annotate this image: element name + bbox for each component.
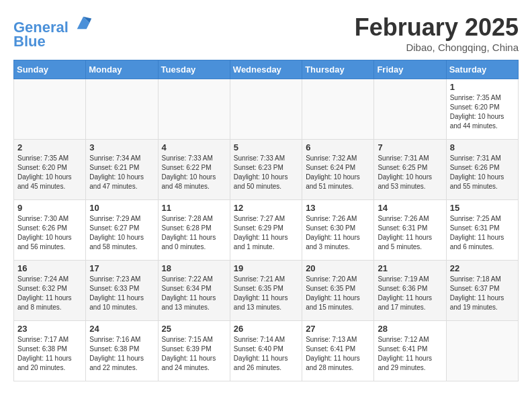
- calendar-cell: 26Sunrise: 7:14 AMSunset: 6:40 PMDayligh…: [230, 321, 302, 381]
- calendar-cell: 27Sunrise: 7:13 AMSunset: 6:41 PMDayligh…: [302, 321, 374, 381]
- calendar-cell: 1Sunrise: 7:35 AMSunset: 6:20 PMDaylight…: [446, 79, 518, 140]
- day-number: 23: [17, 324, 82, 334]
- weekday-header-saturday: Saturday: [446, 60, 518, 79]
- day-info: Sunrise: 7:13 AMSunset: 6:41 PMDaylight:…: [306, 335, 370, 373]
- weekday-header-sunday: Sunday: [14, 60, 86, 79]
- calendar-cell: 21Sunrise: 7:19 AMSunset: 6:36 PMDayligh…: [374, 261, 446, 321]
- calendar-cell: 8Sunrise: 7:31 AMSunset: 6:26 PMDaylight…: [446, 140, 518, 200]
- calendar-cell: 5Sunrise: 7:33 AMSunset: 6:23 PMDaylight…: [230, 140, 302, 200]
- weekday-header-tuesday: Tuesday: [158, 60, 230, 79]
- calendar-cell: [230, 79, 302, 140]
- day-number: 7: [378, 142, 442, 152]
- day-info: Sunrise: 7:24 AMSunset: 6:32 PMDaylight:…: [17, 275, 82, 312]
- calendar-week-row: 2Sunrise: 7:35 AMSunset: 6:20 PMDaylight…: [14, 140, 519, 200]
- weekday-header-wednesday: Wednesday: [230, 60, 302, 79]
- weekday-header-monday: Monday: [86, 60, 158, 79]
- calendar-cell: 4Sunrise: 7:33 AMSunset: 6:22 PMDaylight…: [158, 140, 230, 200]
- calendar-cell: 13Sunrise: 7:26 AMSunset: 6:30 PMDayligh…: [302, 200, 374, 261]
- calendar-cell: [374, 79, 446, 140]
- day-number: 6: [306, 142, 370, 152]
- calendar-cell: 3Sunrise: 7:34 AMSunset: 6:21 PMDaylight…: [86, 140, 158, 200]
- day-info: Sunrise: 7:12 AMSunset: 6:41 PMDaylight:…: [378, 335, 442, 373]
- calendar-cell: 14Sunrise: 7:26 AMSunset: 6:31 PMDayligh…: [374, 200, 446, 261]
- calendar-cell: 12Sunrise: 7:27 AMSunset: 6:29 PMDayligh…: [230, 200, 302, 261]
- day-info: Sunrise: 7:14 AMSunset: 6:40 PMDaylight:…: [234, 335, 298, 373]
- day-info: Sunrise: 7:34 AMSunset: 6:21 PMDaylight:…: [89, 154, 154, 191]
- calendar-cell: [158, 79, 230, 140]
- day-info: Sunrise: 7:26 AMSunset: 6:30 PMDaylight:…: [306, 214, 370, 252]
- day-info: Sunrise: 7:18 AMSunset: 6:37 PMDaylight:…: [450, 275, 515, 312]
- calendar-cell: 22Sunrise: 7:18 AMSunset: 6:37 PMDayligh…: [446, 261, 518, 321]
- day-info: Sunrise: 7:35 AMSunset: 6:20 PMDaylight:…: [450, 93, 515, 131]
- calendar-cell: 18Sunrise: 7:22 AMSunset: 6:34 PMDayligh…: [158, 261, 230, 321]
- day-info: Sunrise: 7:26 AMSunset: 6:31 PMDaylight:…: [378, 214, 442, 252]
- calendar-week-row: 9Sunrise: 7:30 AMSunset: 6:26 PMDaylight…: [14, 200, 519, 261]
- day-info: Sunrise: 7:28 AMSunset: 6:28 PMDaylight:…: [162, 214, 226, 252]
- day-info: Sunrise: 7:16 AMSunset: 6:38 PMDaylight:…: [89, 335, 154, 373]
- calendar-cell: 19Sunrise: 7:21 AMSunset: 6:35 PMDayligh…: [230, 261, 302, 321]
- day-number: 4: [162, 142, 226, 152]
- location-subtitle: Dibao, Chongqing, China: [355, 42, 519, 53]
- day-info: Sunrise: 7:35 AMSunset: 6:20 PMDaylight:…: [17, 154, 82, 191]
- day-info: Sunrise: 7:17 AMSunset: 6:38 PMDaylight:…: [17, 335, 82, 373]
- calendar-cell: 10Sunrise: 7:29 AMSunset: 6:27 PMDayligh…: [86, 200, 158, 261]
- weekday-header-friday: Friday: [374, 60, 446, 79]
- day-info: Sunrise: 7:23 AMSunset: 6:33 PMDaylight:…: [89, 275, 154, 312]
- calendar-cell: 7Sunrise: 7:31 AMSunset: 6:25 PMDaylight…: [374, 140, 446, 200]
- calendar-cell: [86, 79, 158, 140]
- logo: General Blue: [13, 13, 93, 50]
- day-number: 19: [234, 263, 298, 273]
- calendar-cell: 25Sunrise: 7:15 AMSunset: 6:39 PMDayligh…: [158, 321, 230, 381]
- day-number: 3: [89, 142, 154, 152]
- calendar-cell: 20Sunrise: 7:20 AMSunset: 6:35 PMDayligh…: [302, 261, 374, 321]
- day-info: Sunrise: 7:33 AMSunset: 6:23 PMDaylight:…: [234, 154, 298, 191]
- day-number: 13: [306, 203, 370, 213]
- day-number: 27: [306, 324, 370, 334]
- day-info: Sunrise: 7:33 AMSunset: 6:22 PMDaylight:…: [162, 154, 226, 191]
- calendar-cell: [14, 79, 86, 140]
- day-info: Sunrise: 7:32 AMSunset: 6:24 PMDaylight:…: [306, 154, 370, 191]
- day-number: 10: [89, 203, 154, 213]
- day-info: Sunrise: 7:25 AMSunset: 6:31 PMDaylight:…: [450, 214, 515, 252]
- logo-icon: [74, 13, 93, 32]
- calendar-week-row: 1Sunrise: 7:35 AMSunset: 6:20 PMDaylight…: [14, 79, 519, 140]
- day-number: 11: [162, 203, 226, 213]
- calendar-table: SundayMondayTuesdayWednesdayThursdayFrid…: [13, 60, 519, 381]
- day-number: 21: [378, 263, 442, 273]
- page-header: General Blue February 2025 Dibao, Chongq…: [13, 13, 519, 53]
- calendar-cell: 15Sunrise: 7:25 AMSunset: 6:31 PMDayligh…: [446, 200, 518, 261]
- calendar-cell: 11Sunrise: 7:28 AMSunset: 6:28 PMDayligh…: [158, 200, 230, 261]
- weekday-header-thursday: Thursday: [302, 60, 374, 79]
- day-info: Sunrise: 7:31 AMSunset: 6:25 PMDaylight:…: [378, 154, 442, 191]
- day-number: 9: [17, 203, 82, 213]
- day-info: Sunrise: 7:27 AMSunset: 6:29 PMDaylight:…: [234, 214, 298, 252]
- day-number: 28: [378, 324, 442, 334]
- calendar-cell: 9Sunrise: 7:30 AMSunset: 6:26 PMDaylight…: [14, 200, 86, 261]
- day-info: Sunrise: 7:15 AMSunset: 6:39 PMDaylight:…: [162, 335, 226, 373]
- day-number: 14: [378, 203, 442, 213]
- day-info: Sunrise: 7:19 AMSunset: 6:36 PMDaylight:…: [378, 275, 442, 312]
- day-info: Sunrise: 7:30 AMSunset: 6:26 PMDaylight:…: [17, 214, 82, 252]
- calendar-cell: [446, 321, 518, 381]
- day-info: Sunrise: 7:22 AMSunset: 6:34 PMDaylight:…: [162, 275, 226, 312]
- day-info: Sunrise: 7:29 AMSunset: 6:27 PMDaylight:…: [89, 214, 154, 252]
- day-number: 18: [162, 263, 226, 273]
- calendar-week-row: 16Sunrise: 7:24 AMSunset: 6:32 PMDayligh…: [14, 261, 519, 321]
- weekday-header-row: SundayMondayTuesdayWednesdayThursdayFrid…: [14, 60, 519, 79]
- day-info: Sunrise: 7:20 AMSunset: 6:35 PMDaylight:…: [306, 275, 370, 312]
- calendar-cell: 17Sunrise: 7:23 AMSunset: 6:33 PMDayligh…: [86, 261, 158, 321]
- day-info: Sunrise: 7:31 AMSunset: 6:26 PMDaylight:…: [450, 154, 515, 191]
- day-number: 16: [17, 263, 82, 273]
- day-number: 12: [234, 203, 298, 213]
- calendar-week-row: 23Sunrise: 7:17 AMSunset: 6:38 PMDayligh…: [14, 321, 519, 381]
- calendar-cell: 28Sunrise: 7:12 AMSunset: 6:41 PMDayligh…: [374, 321, 446, 381]
- day-number: 25: [162, 324, 226, 334]
- day-number: 24: [89, 324, 154, 334]
- title-block: February 2025 Dibao, Chongqing, China: [355, 13, 519, 53]
- calendar-cell: 23Sunrise: 7:17 AMSunset: 6:38 PMDayligh…: [14, 321, 86, 381]
- day-info: Sunrise: 7:21 AMSunset: 6:35 PMDaylight:…: [234, 275, 298, 312]
- day-number: 1: [450, 82, 515, 92]
- day-number: 22: [450, 263, 515, 273]
- day-number: 5: [234, 142, 298, 152]
- month-title: February 2025: [355, 13, 519, 42]
